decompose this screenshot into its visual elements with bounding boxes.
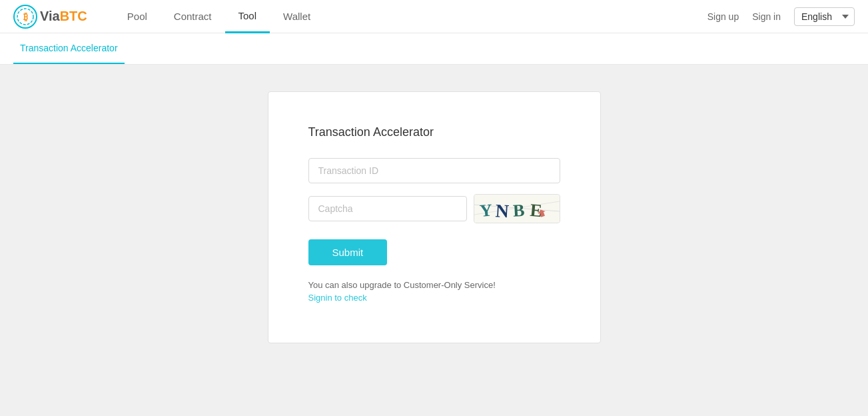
nav-item-pool[interactable]: Pool xyxy=(114,0,161,33)
main-nav: Pool Contract Tool Wallet xyxy=(114,0,707,33)
nav-item-wallet[interactable]: Wallet xyxy=(270,0,324,33)
main-content: Transaction Accelerator Y N B xyxy=(0,65,868,416)
transaction-id-input[interactable] xyxy=(308,158,560,183)
sub-nav: Transaction Accelerator xyxy=(0,33,868,65)
captcha-svg: Y N B E xyxy=(474,195,560,223)
language-selector[interactable]: English 中文 한국어 Español xyxy=(794,7,855,26)
svg-text:Y: Y xyxy=(478,200,492,221)
logo-icon: ₿ xyxy=(13,5,37,29)
header: ₿ ViaBTC Pool Contract Tool Wallet Sign … xyxy=(0,0,868,33)
sub-nav-transaction-accelerator[interactable]: Transaction Accelerator xyxy=(13,33,125,64)
transaction-id-group xyxy=(308,158,560,183)
svg-text:₿: ₿ xyxy=(23,11,28,22)
signin-to-check-link[interactable]: Signin to check xyxy=(308,293,560,303)
captcha-group: Y N B E xyxy=(308,194,560,223)
transaction-accelerator-card: Transaction Accelerator Y N B xyxy=(268,91,601,343)
sign-up-link[interactable]: Sign up xyxy=(707,11,739,22)
nav-item-tool[interactable]: Tool xyxy=(225,0,270,33)
logo[interactable]: ₿ ViaBTC xyxy=(13,5,87,29)
submit-button[interactable]: Submit xyxy=(308,239,388,265)
header-right: Sign up Sign in English 中文 한국어 Español xyxy=(707,7,855,26)
svg-text:N: N xyxy=(495,200,510,221)
logo-text-btc: BTC xyxy=(60,9,87,24)
logo-text-via: Via xyxy=(40,9,60,24)
sign-in-link[interactable]: Sign in xyxy=(752,11,781,22)
nav-item-contract[interactable]: Contract xyxy=(161,0,225,33)
submit-group: Submit xyxy=(308,234,560,265)
svg-text:B: B xyxy=(512,201,525,221)
captcha-input[interactable] xyxy=(308,196,467,221)
captcha-image[interactable]: Y N B E xyxy=(474,194,560,223)
card-title: Transaction Accelerator xyxy=(308,125,560,139)
upgrade-text: You can also upgrade to Customer-Only Se… xyxy=(308,280,560,290)
